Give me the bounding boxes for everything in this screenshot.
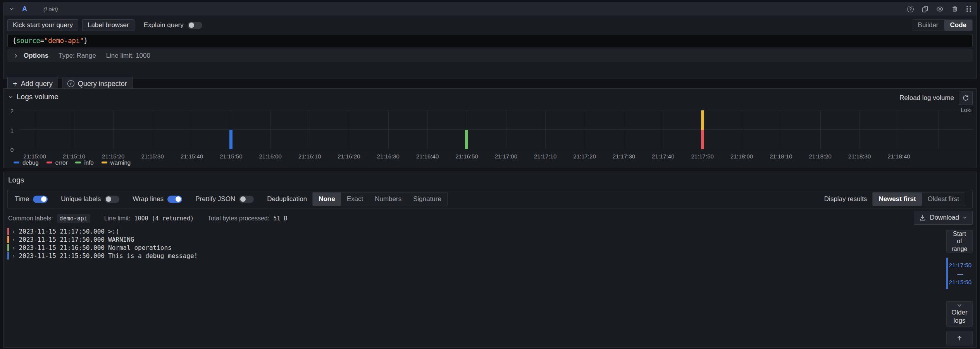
start-of-range-button[interactable]: Start of range (946, 230, 973, 253)
explain-query-toggle-wrap: Explain query (144, 21, 202, 29)
copy-icon[interactable] (921, 5, 928, 12)
x-tick-label: 21:16:50 (455, 153, 478, 160)
chevron-down-icon (963, 215, 967, 220)
explain-query-toggle[interactable] (188, 22, 202, 29)
toggle-wrap-lines: Wrap lines (133, 195, 182, 203)
log-row-warning[interactable]: ›2023-11-15 21:17:50.000WARNING (7, 236, 942, 243)
chart-y-axis: 012 (3, 110, 16, 149)
download-button[interactable]: Download (914, 211, 973, 225)
logs-volume-chart[interactable]: 21:15:0021:15:1021:15:2021:15:3021:15:40… (19, 110, 973, 149)
legend-swatch-info (75, 162, 81, 163)
drag-handle-icon[interactable] (966, 5, 971, 12)
bar-error[interactable] (701, 130, 704, 149)
range-indicator: 21:17:50 — 21:15:50 (946, 258, 973, 289)
query-row-actions: ? (907, 5, 971, 13)
toggle-knob (41, 196, 47, 202)
scroll-to-top-button[interactable] (946, 331, 973, 346)
x-tick-label: 21:15:50 (220, 153, 242, 160)
x-gridline (820, 110, 821, 149)
legend-item-warning[interactable]: warning (102, 159, 131, 166)
logs-title: Logs (8, 176, 24, 184)
logs-volume-title: Logs volume (17, 93, 59, 101)
kick-start-query-button[interactable]: Kick start your query (7, 19, 78, 31)
query-options-row[interactable]: Options Type: Range Line limit: 1000 (7, 49, 973, 62)
options-line-limit: Line limit: 1000 (106, 52, 150, 60)
y-gridline (19, 110, 973, 110)
legend-label-error: error (55, 159, 68, 166)
label-browser-button[interactable]: Label browser (82, 19, 134, 31)
expand-chevron-icon[interactable]: › (12, 237, 15, 243)
display-option-oldest-first[interactable]: Oldest first (922, 193, 965, 206)
display-option-newest-first[interactable]: Newest first (873, 193, 921, 206)
x-gridline (310, 110, 310, 149)
toggle-time-switch[interactable] (33, 196, 48, 203)
x-tick-label: 21:18:10 (770, 153, 792, 160)
query-input[interactable]: {source="demo-api"} (7, 34, 973, 47)
x-tick-label: 21:17:20 (573, 153, 596, 160)
mode-option-builder[interactable]: Builder (912, 20, 944, 31)
expand-chevron-icon[interactable]: › (12, 253, 15, 259)
legend-item-debug[interactable]: debug (14, 159, 39, 166)
logs-volume-header[interactable]: Logs volume (8, 93, 59, 101)
reload-log-volume-link[interactable]: Reload log volume (899, 94, 954, 102)
dedup-option-none[interactable]: None (313, 193, 341, 206)
bar-info[interactable] (465, 130, 468, 149)
log-row-error[interactable]: ›2023-11-15 21:17:50.000>:( (7, 228, 942, 235)
x-gridline (74, 110, 74, 149)
toggle-time: Time (15, 195, 48, 203)
x-tick-label: 21:15:20 (102, 153, 124, 160)
log-row-debug[interactable]: ›2023-11-15 21:15:50.000This is a debug … (7, 252, 942, 260)
chevron-right-icon (14, 53, 18, 58)
eye-icon[interactable] (936, 5, 944, 13)
x-tick-label: 21:18:30 (848, 153, 871, 160)
expand-chevron-icon[interactable]: › (12, 245, 15, 251)
display-results-label: Display results (824, 195, 867, 203)
legend-item-info[interactable]: info (75, 159, 93, 166)
x-tick-label: 21:15:40 (181, 153, 203, 160)
x-gridline (624, 110, 624, 149)
trash-icon[interactable] (951, 5, 958, 12)
x-gridline (781, 110, 781, 149)
log-row-info[interactable]: ›2023-11-15 21:16:50.000Normal operation… (7, 244, 942, 251)
toggle-prettify-json-switch[interactable] (239, 196, 254, 203)
older-logs-button[interactable]: Older logs (946, 301, 973, 327)
legend-label-debug: debug (22, 159, 39, 166)
toggle-prettify-json: Prettify JSON (195, 195, 254, 203)
toggle-unique-labels-label: Unique labels (61, 195, 101, 203)
x-gridline (899, 110, 899, 149)
help-icon[interactable]: ? (907, 6, 914, 12)
toggle-wrap-lines-switch[interactable] (167, 196, 182, 203)
x-tick-label: 21:16:20 (338, 153, 360, 160)
x-tick-label: 21:16:10 (298, 153, 321, 160)
collapse-chevron-down-icon[interactable] (9, 6, 14, 12)
editor-mode-group: BuilderCode (912, 19, 973, 31)
expand-chevron-icon[interactable]: › (12, 229, 15, 235)
query-row-header: A (Loki) ? (3, 2, 977, 15)
options-label: Options (24, 52, 48, 60)
x-tick-label: 21:18:20 (809, 153, 832, 160)
log-message: >:( (108, 228, 119, 235)
query-toolbar: Kick start your query Label browser Expl… (7, 19, 973, 31)
toggle-unique-labels-switch[interactable] (105, 196, 119, 203)
chevron-down-icon (8, 95, 13, 100)
bar-warning[interactable] (701, 110, 704, 130)
log-message: Normal operations (108, 244, 172, 251)
mode-option-code[interactable]: Code (944, 20, 973, 31)
dedup-option-signature[interactable]: Signature (407, 193, 447, 206)
x-gridline (153, 110, 153, 149)
chevron-down-icon (957, 304, 962, 308)
bar-debug[interactable] (229, 130, 233, 149)
legend-item-error[interactable]: error (47, 159, 68, 166)
query-text: {source="demo-api"} (12, 37, 88, 45)
refresh-button[interactable] (959, 91, 973, 105)
dedup-option-exact[interactable]: Exact (341, 193, 369, 206)
query-ref-id[interactable]: A (22, 5, 27, 13)
arrow-up-icon (956, 335, 963, 341)
bytes-processed-value: 51 B (273, 215, 287, 222)
line-limit-value: 1000 (4 returned) (134, 215, 194, 222)
log-message: This is a debug message! (108, 252, 198, 260)
logs-panel: Logs TimeUnique labelsWrap linesPrettify… (3, 172, 977, 348)
dedup-option-numbers[interactable]: Numbers (369, 193, 407, 206)
x-tick-label: 21:15:10 (63, 153, 85, 160)
x-gridline (270, 110, 271, 149)
